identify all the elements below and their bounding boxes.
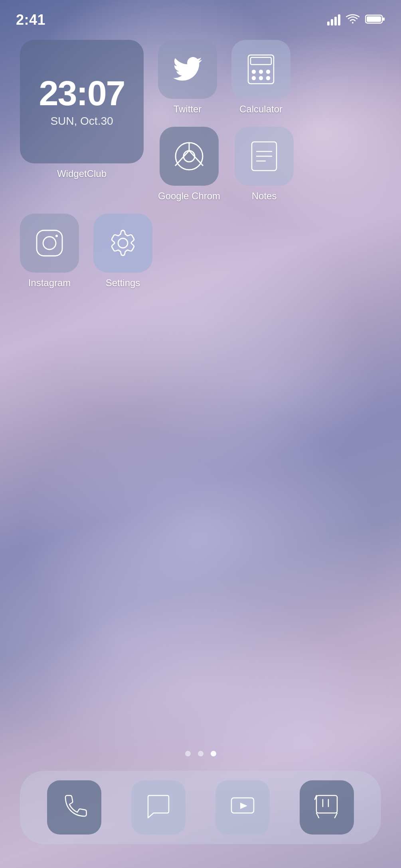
instagram-label: Instagram <box>28 277 71 289</box>
settings-label: Settings <box>106 277 140 289</box>
chrome-label: Google Chrom <box>158 190 220 202</box>
svg-point-5 <box>252 70 255 73</box>
svg-point-6 <box>259 70 263 73</box>
status-icons <box>327 14 385 26</box>
widget-clock[interactable]: 23:07 SUN, Oct.30 <box>20 40 144 163</box>
status-bar: 2:41 <box>0 0 401 32</box>
settings-icon-bg <box>93 214 152 273</box>
svg-rect-20 <box>37 230 62 256</box>
calculator-app[interactable]: Calculator <box>231 40 290 115</box>
svg-rect-1 <box>383 18 385 21</box>
svg-point-9 <box>259 77 263 80</box>
notes-icon-bg <box>235 127 294 186</box>
clock-date: SUN, Oct.30 <box>50 115 113 128</box>
chrome-icon-bg <box>160 127 219 186</box>
messages-dock-app[interactable] <box>131 780 186 835</box>
page-dots <box>185 751 216 756</box>
widget-label: WidgetClub <box>57 168 107 179</box>
svg-point-21 <box>43 237 56 249</box>
row-2-right: Google Chrom Notes <box>158 127 294 202</box>
dot-1[interactable] <box>185 751 191 756</box>
grid-row-1: 23:07 SUN, Oct.30 WidgetClub Twitter <box>20 40 381 202</box>
svg-point-8 <box>252 77 255 80</box>
svg-point-10 <box>267 77 270 80</box>
twitter-label: Twitter <box>174 104 202 115</box>
app-grid: 23:07 SUN, Oct.30 WidgetClub Twitter <box>20 40 381 300</box>
notes-app[interactable]: Notes <box>235 127 294 202</box>
dot-2[interactable] <box>198 751 203 756</box>
svg-point-23 <box>118 238 128 248</box>
row-1-right: Twitter <box>158 40 294 115</box>
instagram-app[interactable]: Instagram <box>20 214 79 289</box>
svg-point-22 <box>55 235 58 237</box>
svg-rect-2 <box>367 16 381 22</box>
svg-point-7 <box>267 70 270 73</box>
svg-line-15 <box>189 151 203 166</box>
status-time: 2:41 <box>16 12 45 28</box>
dock <box>20 771 381 844</box>
settings-app[interactable]: Settings <box>93 214 152 289</box>
signal-icon <box>327 14 340 26</box>
widget-club-wrapper: 23:07 SUN, Oct.30 WidgetClub <box>20 40 144 179</box>
dot-3[interactable] <box>211 751 216 756</box>
chrome-app[interactable]: Google Chrom <box>158 127 220 202</box>
phone-dock-app[interactable] <box>47 780 101 835</box>
wifi-icon <box>346 14 360 26</box>
calculator-label: Calculator <box>239 104 282 115</box>
battery-icon <box>365 14 385 26</box>
twitch-dock-app[interactable] <box>300 780 354 835</box>
notes-label: Notes <box>252 190 277 202</box>
grid-row-2: Instagram Settings <box>20 214 381 289</box>
instagram-icon-bg <box>20 214 79 273</box>
twitter-icon-bg <box>158 40 217 99</box>
svg-point-12 <box>184 151 195 162</box>
svg-rect-26 <box>316 795 337 813</box>
right-apps: Twitter <box>158 40 294 202</box>
appletv-dock-app[interactable] <box>215 780 270 835</box>
calculator-icon-bg <box>231 40 290 99</box>
twitter-app[interactable]: Twitter <box>158 40 217 115</box>
svg-rect-4 <box>251 57 271 65</box>
svg-marker-25 <box>240 803 247 809</box>
clock-time: 23:07 <box>39 76 124 111</box>
svg-line-14 <box>175 151 189 166</box>
